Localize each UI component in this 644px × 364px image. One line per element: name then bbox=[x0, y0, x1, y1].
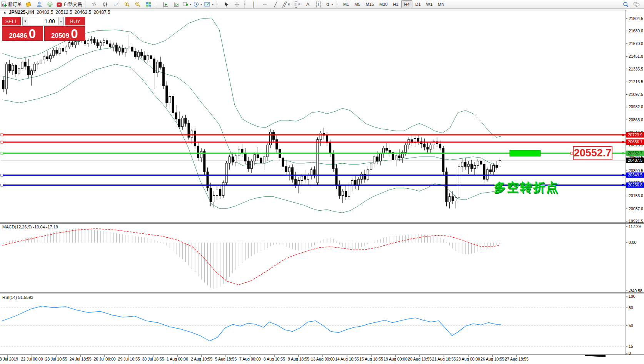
dropdown-caret-icon: ▾ bbox=[200, 3, 202, 6]
timeframe-button-H4[interactable]: H4 bbox=[401, 0, 412, 8]
signals-button[interactable] bbox=[45, 0, 55, 8]
chart-symbol: JPN225-,H4 bbox=[9, 10, 34, 15]
timeframe-button-M30[interactable]: M30 bbox=[377, 1, 390, 8]
buy-button[interactable]: BUY bbox=[65, 17, 85, 25]
svg-text:22 Jul 00:00: 22 Jul 00:00 bbox=[21, 357, 43, 361]
toolbar-separator bbox=[217, 1, 220, 8]
expert-advisors-button[interactable] bbox=[34, 0, 45, 8]
horizontal-line-tool-button[interactable]: ─ bbox=[259, 0, 270, 8]
svg-text:21 Aug 18:55: 21 Aug 18:55 bbox=[432, 357, 456, 361]
zoom-in-icon bbox=[124, 2, 130, 7]
zoom-in-button[interactable] bbox=[122, 0, 132, 8]
new-order-label: 新订单 bbox=[8, 1, 22, 8]
dropdown-caret-icon: ▾ bbox=[190, 3, 191, 6]
label-tool-button[interactable]: T bbox=[313, 0, 324, 8]
bar-chart-mode-button[interactable] bbox=[89, 0, 100, 8]
sell-price: 20486 bbox=[9, 32, 27, 40]
channel-tool-button[interactable]: ╱╱E bbox=[281, 0, 292, 8]
template-button[interactable]: ▾ bbox=[203, 0, 215, 8]
fibonacci-tag: F bbox=[299, 3, 300, 6]
timeframe-button-M1[interactable]: M1 bbox=[341, 1, 351, 8]
main-toolbar: 新订单 自动交易 bbox=[0, 0, 644, 9]
timeframe-button-M15[interactable]: M15 bbox=[364, 1, 376, 8]
arrows-tool-button[interactable]: ↯▾ bbox=[324, 0, 335, 8]
highlight-zone-rect bbox=[510, 150, 541, 156]
svg-text:23 Jul 10:55: 23 Jul 10:55 bbox=[45, 357, 67, 361]
timeframe-button-MN[interactable]: MN bbox=[435, 1, 447, 8]
buy-price: 20509 bbox=[51, 32, 69, 40]
fibonacci-tool-button[interactable]: ▒F bbox=[292, 0, 302, 8]
toolbar-separator bbox=[156, 1, 159, 8]
svg-text:18 Jul 2019: 18 Jul 2019 bbox=[0, 357, 18, 361]
zoom-out-button[interactable] bbox=[132, 0, 143, 8]
zoom-out-icon bbox=[135, 2, 141, 7]
volume-input[interactable]: 1.00 bbox=[28, 17, 58, 25]
autotrading-toggle[interactable]: 自动交易 bbox=[55, 0, 83, 8]
ohlc-close: 20487.5 bbox=[93, 10, 110, 15]
sticker-icon bbox=[26, 2, 32, 7]
search-icon bbox=[623, 2, 629, 7]
buy-price-box[interactable]: 20509.0 bbox=[44, 26, 85, 41]
price-callout-label[interactable]: 20552.7 bbox=[573, 146, 612, 160]
vertical-line-tool-button[interactable]: │ bbox=[249, 0, 259, 8]
timeframe-button-D1[interactable]: D1 bbox=[413, 1, 423, 8]
new-order-icon bbox=[1, 2, 7, 7]
timeframe-button-M5[interactable]: M5 bbox=[352, 1, 362, 8]
signals-icon bbox=[47, 2, 53, 7]
cursor-icon bbox=[224, 2, 229, 7]
volume-increase-button[interactable]: ▲ bbox=[58, 17, 64, 25]
ohlc-low: 20462.5 bbox=[75, 10, 91, 15]
svg-text:27 Aug 18:55: 27 Aug 18:55 bbox=[505, 357, 529, 361]
toolbar-separator bbox=[244, 1, 247, 8]
arrows-tool-icon: ↯ bbox=[326, 2, 330, 7]
crosshair-tool-button[interactable] bbox=[232, 0, 242, 8]
dropdown-caret-icon: ▾ bbox=[331, 3, 333, 6]
add-indicator-button[interactable]: ▾ bbox=[182, 0, 192, 8]
period-selector-button[interactable]: ▾ bbox=[192, 0, 203, 8]
tile-windows-button[interactable] bbox=[143, 0, 154, 8]
fibonacci-icon: ▒ bbox=[294, 1, 297, 8]
volume-decrease-button[interactable]: ▼ bbox=[22, 17, 28, 25]
svg-text:20982.0: 20982.0 bbox=[629, 104, 643, 109]
new-order-button[interactable]: 新订单 bbox=[0, 0, 23, 8]
turning-point-annotation[interactable]: 多空转折点 bbox=[494, 179, 559, 196]
svg-text:20552.7: 20552.7 bbox=[628, 151, 642, 155]
add-indicator-icon bbox=[183, 2, 188, 7]
equidistant-channel-icon: ╱╱ bbox=[282, 2, 285, 7]
toolbar-separator bbox=[337, 1, 340, 8]
svg-text:24 Jul 18:55: 24 Jul 18:55 bbox=[69, 357, 91, 361]
chart-step-icon bbox=[174, 2, 179, 7]
chart-play-forward-button[interactable] bbox=[160, 0, 171, 8]
symbol-collapse-icon[interactable]: ▲ bbox=[3, 10, 7, 14]
svg-text:21335.5: 21335.5 bbox=[629, 67, 643, 71]
template-icon bbox=[204, 2, 210, 7]
search-button[interactable] bbox=[620, 0, 631, 8]
svg-text:21451.0: 21451.0 bbox=[629, 54, 643, 59]
svg-text:21097.5: 21097.5 bbox=[629, 92, 643, 97]
chat-button[interactable] bbox=[631, 0, 642, 8]
svg-text:8 Aug 10:55: 8 Aug 10:55 bbox=[264, 357, 285, 361]
svg-text:117.29: 117.29 bbox=[629, 224, 641, 229]
svg-text:5 Aug 18:55: 5 Aug 18:55 bbox=[215, 357, 237, 361]
sell-button[interactable]: SELL bbox=[2, 17, 21, 25]
chart-step-button[interactable] bbox=[171, 0, 182, 8]
line-chart-mode-button[interactable] bbox=[111, 0, 122, 8]
text-tool-button[interactable]: A bbox=[302, 0, 313, 8]
timeframe-button-H1[interactable]: H1 bbox=[390, 1, 400, 8]
svg-text:29 Jul 10:55: 29 Jul 10:55 bbox=[118, 357, 140, 361]
trendline-tool-button[interactable]: ╱ bbox=[270, 0, 281, 8]
svg-text:80: 80 bbox=[629, 305, 633, 310]
svg-text:23 Aug 00:00: 23 Aug 00:00 bbox=[456, 357, 480, 361]
svg-text:20723.9: 20723.9 bbox=[628, 133, 642, 137]
svg-text:20037.0: 20037.0 bbox=[629, 206, 643, 211]
sell-price-box[interactable]: 20486.0 bbox=[2, 26, 43, 41]
timeframe-button-W1[interactable]: W1 bbox=[424, 1, 435, 8]
svg-text:20487.5: 20487.5 bbox=[628, 158, 642, 163]
ohlc-open: 20482.5 bbox=[37, 10, 53, 15]
svg-text:0: 0 bbox=[629, 351, 631, 356]
cursor-tool-button[interactable] bbox=[221, 0, 232, 8]
candle-chart-mode-button[interactable] bbox=[100, 0, 111, 8]
autotrading-label: 自动交易 bbox=[63, 1, 82, 8]
svg-text:100: 100 bbox=[629, 294, 636, 299]
publish-button[interactable] bbox=[23, 0, 34, 8]
